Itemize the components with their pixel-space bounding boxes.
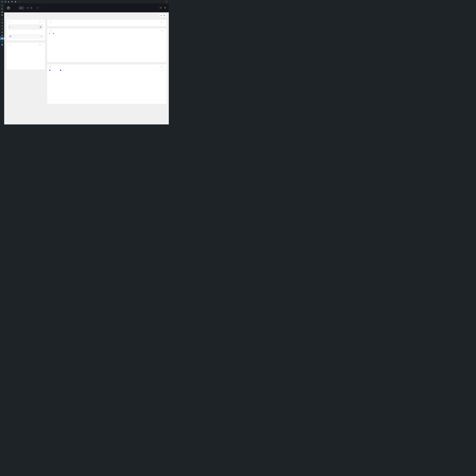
info-icon[interactable]: i [50,21,51,23]
refresh-icon[interactable] [161,66,162,68]
col-views [37,31,45,33]
online-visitors-row[interactable] [8,24,43,30]
brand[interactable] [7,6,14,10]
wrench-icon [1,28,3,30]
quick-access-menu[interactable] [35,6,42,10]
user-icon [1,25,3,27]
views-swatch-icon [53,33,54,34]
flyout-arrow-icon [3,38,4,39]
premium-badge [12,8,14,8]
traffic-summary-card: i [6,20,45,40]
refresh-icon[interactable] [161,21,162,23]
collapse-icon[interactable] [164,30,165,32]
collapse-icon[interactable] [42,22,43,23]
sidebar-item-posts[interactable] [0,4,4,7]
sidebar-item-tools[interactable] [0,28,4,31]
brush-icon [1,19,3,20]
collapse-icon[interactable] [164,22,165,23]
views-dot-icon [60,70,61,71]
previous-period-label: - - [162,33,165,34]
date-range-select[interactable] [49,102,51,102]
chevron-down-icon [163,69,163,70]
comments-menu-item[interactable] [11,1,13,2]
site-menu-item[interactable] [8,1,10,2]
line-chart-icon [1,41,3,42]
plugin-nav [18,6,42,10]
info-icon[interactable]: i [50,30,51,32]
sidebar-item-plugins[interactable] [0,21,4,24]
views-prev-dash-icon [63,70,64,70]
info-icon[interactable]: i [50,66,51,68]
mail-icon [9,35,11,37]
email-reports-promo: ✕ [8,34,43,39]
wp-statistics-logo-icon [7,6,10,10]
sidebar-item-wp-statistics[interactable] [0,37,4,40]
realtime-button[interactable] [159,14,167,17]
page-head: i [4,12,169,19]
sidebar-item-comments[interactable] [0,14,4,17]
traffic-trend-card: i [47,64,167,104]
wp-statistics-header [4,3,169,12]
legend-visitors[interactable] [49,33,51,34]
sidebar-item-video[interactable] [0,43,4,46]
avatar[interactable] [166,1,168,3]
plugin-cookie-icon[interactable] [1,1,3,2]
refresh-icon[interactable] [39,21,41,23]
alert-icon[interactable] [160,7,162,9]
online-visitors-play-button[interactable] [39,26,42,29]
wordpress-logo-icon[interactable]: W [4,1,6,3]
legend-views[interactable] [53,33,55,34]
info-icon[interactable]: i [7,15,9,16]
play-circle-icon [1,44,3,46]
wp-admin-screen: W + [0,0,169,124]
lightning-icon [37,7,38,9]
envelope-icon [1,35,3,36]
tab-online-visitors[interactable] [25,6,34,10]
sidebar-item-pages[interactable] [0,11,4,14]
browser-usage-card: i [6,43,45,70]
granularity-select[interactable] [159,69,165,71]
refresh-icon[interactable] [161,30,162,32]
chevron-down-icon [40,7,41,8]
media-icon [1,8,3,10]
sidebar-item-analytics[interactable] [0,40,4,43]
x-axis [49,96,165,99]
traffic-summary-table [6,31,45,33]
collapse-icon[interactable] [42,45,43,46]
notifications-bell-icon[interactable] [164,7,166,9]
y-axis [160,36,165,56]
tab-overview[interactable] [18,6,24,10]
sidebar-item-media[interactable] [0,7,4,11]
online-menu-item[interactable] [15,1,17,2]
info-icon[interactable]: i [9,44,11,46]
x-axis [50,57,164,62]
plug-icon [1,22,3,24]
play-icon [161,15,162,16]
new-menu-item[interactable]: + [18,1,20,2]
refresh-icon[interactable] [39,44,41,46]
traffic-by-hour-card: i - - [47,28,167,62]
users-icon [27,7,29,9]
col-visitors [28,31,37,33]
pushpin-icon [1,5,3,7]
sidebar-item-settings[interactable] [0,31,4,34]
wp-admin-sidebar [0,3,4,124]
close-icon[interactable]: ✕ [41,36,42,37]
sidebar-item-users[interactable] [0,24,4,28]
info-icon[interactable]: i [9,21,11,23]
weekly-performance-card: i [47,20,167,26]
visitors-swatch-icon [49,33,50,34]
legend-visitors-group [49,68,54,71]
sidebar-item-mail[interactable] [0,34,4,37]
plus-icon: + [18,1,19,2]
legend-views-group [60,68,65,71]
chevron-down-icon [50,102,51,102]
traffic-by-hour-chart [49,36,160,56]
sidebar-separator [0,17,4,18]
wp-admin-bar: W + [0,0,169,3]
collapse-icon[interactable] [164,66,165,68]
home-icon [20,7,22,9]
col-time [6,31,28,33]
online-visitors-badge [30,7,32,9]
sidebar-item-appearance[interactable] [0,18,4,21]
